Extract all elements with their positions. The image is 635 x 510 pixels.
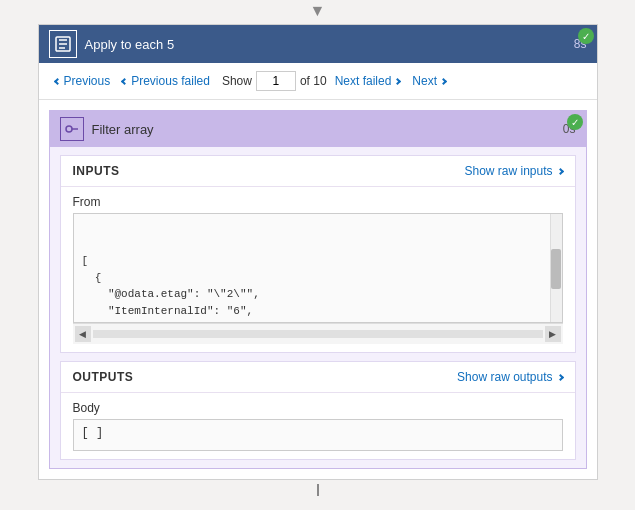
from-label: From — [73, 195, 563, 209]
chevron-right-inputs-icon — [556, 167, 563, 174]
outputs-section-header: OUTPUTS Show raw outputs — [61, 362, 575, 393]
previous-failed-button[interactable]: Previous failed — [118, 72, 214, 90]
inputs-title: INPUTS — [73, 164, 465, 178]
bottom-connector — [317, 484, 319, 496]
filter-array-title: Filter array — [92, 122, 563, 137]
filter-array-success-check: ✓ — [567, 114, 583, 130]
svg-point-4 — [66, 126, 72, 132]
chevron-right-next-failed-icon — [394, 77, 401, 84]
inputs-scrollbar-thumb — [551, 249, 561, 289]
filter-array-header: Filter array 0s ✓ — [50, 111, 586, 147]
of-label: of 10 — [300, 74, 327, 88]
apply-each-container: Apply to each 5 8s ✓ Previous Previous f… — [38, 24, 598, 480]
chevron-right-outputs-icon — [556, 373, 563, 380]
body-label: Body — [73, 401, 563, 415]
filter-array-icon — [60, 117, 84, 141]
show-raw-outputs-button[interactable]: Show raw outputs — [457, 370, 562, 384]
apply-each-success-check: ✓ — [578, 28, 594, 44]
chevron-left-icon — [53, 77, 60, 84]
hscroll-left-button[interactable]: ◀ — [75, 326, 91, 342]
next-failed-button[interactable]: Next failed — [331, 72, 405, 90]
apply-each-title: Apply to each 5 — [85, 37, 574, 52]
outputs-section: OUTPUTS Show raw outputs Body [ ] — [60, 361, 576, 460]
inputs-scrollbar[interactable] — [550, 214, 562, 322]
chevron-left-prev-failed-icon — [121, 77, 128, 84]
inputs-code-box: [ { "@odata.etag": "\"2\"", "ItemInterna… — [73, 213, 563, 323]
chevron-right-next-icon — [440, 77, 447, 84]
inputs-hscroll: ◀ ▶ — [73, 323, 563, 344]
page-input[interactable] — [256, 71, 296, 91]
show-label: Show — [222, 74, 252, 88]
inputs-code-text: [ { "@odata.etag": "\"2\"", "ItemInterna… — [82, 253, 554, 323]
apply-each-icon — [49, 30, 77, 58]
hscroll-right-button[interactable]: ▶ — [545, 326, 561, 342]
outputs-title: OUTPUTS — [73, 370, 458, 384]
inputs-content: From [ { "@odata.etag": "\"2\"", "ItemIn… — [61, 187, 575, 352]
show-raw-inputs-button[interactable]: Show raw inputs — [464, 164, 562, 178]
hscroll-track — [93, 330, 543, 338]
next-button[interactable]: Next — [408, 72, 450, 90]
previous-button[interactable]: Previous — [51, 72, 115, 90]
outputs-content: Body [ ] — [61, 393, 575, 459]
inputs-section: INPUTS Show raw inputs From [ { "@odata.… — [60, 155, 576, 353]
pagination-nav: Previous Previous failed Show of 10 Next… — [39, 63, 597, 100]
apply-each-header: Apply to each 5 8s ✓ — [39, 25, 597, 63]
outputs-body-value: [ ] — [73, 419, 563, 451]
filter-array-container: Filter array 0s ✓ INPUTS Show raw inputs… — [49, 110, 587, 469]
bottom-line — [317, 484, 319, 496]
arrow-down-icon: ▼ — [310, 2, 326, 20]
inputs-section-header: INPUTS Show raw inputs — [61, 156, 575, 187]
